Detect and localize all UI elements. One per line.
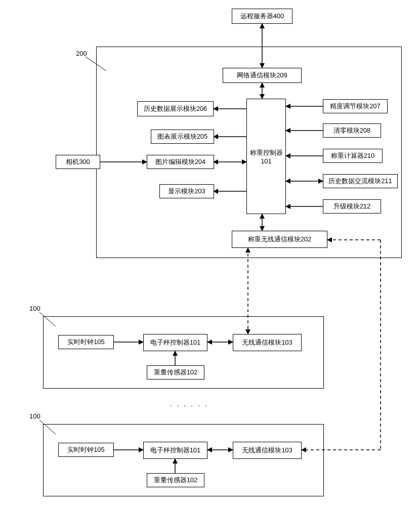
hist-exchange-box: 历史数据交流模块211: [323, 174, 398, 188]
zero-box: 清零模块208: [323, 123, 381, 138]
rtc2-label: 实时时钟105: [67, 445, 105, 454]
weigh-wireless-box: 称重无线通信模块202: [232, 231, 327, 248]
net-comm-box: 网络通信模块209: [223, 68, 302, 83]
scale-ctrl2-label: 电子秤控制器101: [150, 446, 201, 455]
history-display-box: 历史数据展示模块206: [137, 101, 214, 116]
history-display-label: 历史数据展示模块206: [144, 104, 207, 113]
remote-server-label: 远程服务器400: [240, 12, 284, 21]
wireless2-box: 无线通信模块103: [233, 442, 302, 459]
img-edit-box: 图片编辑模块204: [147, 155, 214, 169]
weigh-controller-label: 称重控制器 101: [250, 148, 283, 165]
scale-ctrl2-box: 电子秤控制器101: [143, 442, 207, 459]
chart-display-box: 图表展示模块205: [151, 130, 214, 144]
zero-label: 清零模块208: [333, 126, 371, 135]
weight-sensor2-label: 重量传感器102: [154, 476, 198, 485]
upgrade-label: 升级模块212: [333, 202, 371, 211]
display-label: 显示模块203: [168, 187, 205, 196]
weigh-controller-box: 称重控制器 101: [246, 99, 286, 214]
chart-display-label: 图表展示模块205: [157, 132, 208, 141]
container-100a-label: 100: [29, 305, 40, 312]
weigh-calc-label: 称重计算器210: [331, 151, 375, 160]
rtc1-box: 实时时钟105: [58, 335, 114, 349]
wireless1-label: 无线通信模块103: [242, 338, 292, 347]
upgrade-box: 升级模块212: [323, 199, 381, 214]
img-edit-label: 图片编辑模块204: [155, 157, 206, 166]
camera-box: 相机300: [56, 155, 100, 169]
weigh-wireless-label: 称重无线通信模块202: [248, 235, 312, 244]
rtc1-label: 实时时钟105: [67, 338, 105, 347]
weight-sensor2-box: 重量传感器102: [147, 473, 204, 487]
net-comm-label: 网络通信模块209: [237, 71, 287, 80]
camera-label: 相机300: [66, 157, 90, 166]
display-box: 显示模块203: [159, 184, 214, 198]
weigh-calc-box: 称重计算器210: [323, 149, 383, 163]
rtc2-box: 实时时钟105: [58, 443, 114, 457]
weight-sensor1-label: 重量传感器102: [154, 368, 198, 377]
scale-ctrl1-box: 电子秤控制器101: [143, 334, 207, 351]
wireless2-label: 无线通信模块103: [242, 446, 292, 455]
diagram-canvas: 远程服务器400 200 相机300 网络通信模块209 历史数据展示模块206…: [0, 0, 420, 506]
remote-server-box: 远程服务器400: [232, 9, 292, 24]
container-100b-label: 100: [29, 412, 40, 420]
weight-sensor1-box: 重量传感器102: [147, 365, 204, 380]
precision-box: 精度调节模块207: [323, 99, 388, 113]
precision-label: 精度调节模块207: [330, 102, 381, 111]
hist-exchange-label: 历史数据交流模块211: [328, 177, 392, 186]
scale-ctrl1-label: 电子秤控制器101: [150, 338, 201, 347]
wireless1-box: 无线通信模块103: [233, 334, 302, 351]
ellipsis: . . . . . .: [170, 400, 208, 408]
container-200-label: 200: [76, 50, 87, 57]
